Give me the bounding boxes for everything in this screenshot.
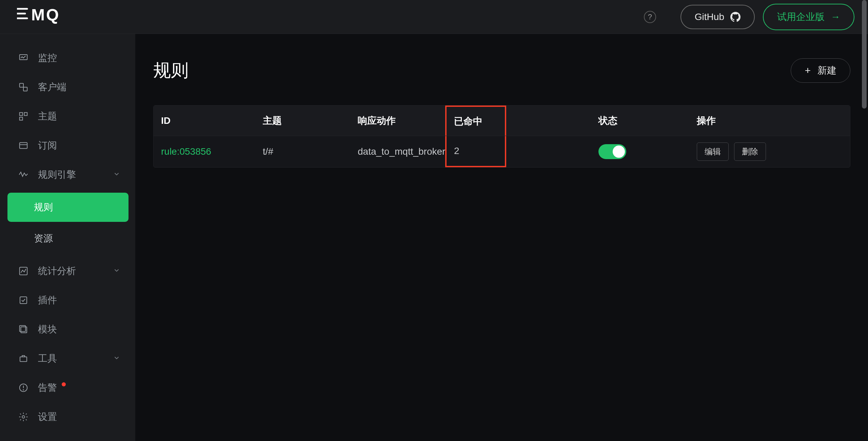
- sidebar-item-clients[interactable]: 客户端: [0, 73, 135, 102]
- svg-rect-10: [20, 142, 27, 149]
- plugins-icon: [18, 294, 29, 306]
- trial-label: 试用企业版: [777, 11, 825, 23]
- sidebar-item-rule-engine[interactable]: 规则引擎: [0, 160, 135, 189]
- row-actions: 编辑 删除: [689, 142, 850, 161]
- col-topic: 主题: [255, 114, 350, 127]
- chevron-down-icon: [113, 353, 120, 364]
- github-button[interactable]: GitHub: [680, 5, 755, 29]
- alerts-icon: [18, 382, 29, 394]
- sidebar: 监控 客户端 主题 订阅 规则引擎 规则: [0, 34, 136, 441]
- svg-rect-5: [20, 83, 23, 87]
- chevron-up-icon: [113, 169, 120, 180]
- modules-icon: [18, 324, 29, 335]
- topbar: MQ ? GitHub 试用企业版 →: [0, 0, 868, 34]
- create-button[interactable]: + 新建: [791, 58, 850, 83]
- svg-rect-4: [20, 55, 27, 60]
- svg-rect-14: [21, 327, 27, 333]
- sidebar-subitem-label: 规则: [34, 201, 53, 214]
- rule-hits: 2: [445, 136, 506, 167]
- sidebar-item-label: 工具: [38, 352, 57, 365]
- sidebar-subitem-rule[interactable]: 规则: [7, 193, 129, 222]
- page-header: 规则 + 新建: [153, 58, 850, 83]
- clients-icon: [18, 81, 29, 93]
- page-title: 规则: [153, 59, 189, 82]
- table-header: ID 主题 响应动作 已命中 状态 操作: [154, 106, 850, 136]
- subscriptions-icon: [18, 140, 29, 151]
- sidebar-item-label: 插件: [38, 294, 57, 307]
- help-icon[interactable]: ?: [644, 11, 656, 23]
- sidebar-subitem-label: 资源: [34, 232, 53, 245]
- sidebar-item-label: 统计分析: [38, 265, 76, 277]
- gear-icon: [18, 411, 29, 423]
- svg-text:MQ: MQ: [31, 6, 60, 24]
- plus-icon: +: [805, 65, 811, 76]
- github-label: GitHub: [695, 12, 724, 22]
- table-row: rule:053856 t/# data_to_mqtt_broker 2 编辑…: [154, 136, 850, 167]
- sidebar-item-tools[interactable]: 工具: [0, 344, 135, 373]
- content: 规则 + 新建 ID 主题 响应动作 已命中 状态 操作 rule:0538: [136, 34, 868, 441]
- sidebar-item-label: 规则引擎: [38, 168, 76, 181]
- sidebar-item-label: 客户端: [38, 81, 66, 94]
- svg-rect-15: [20, 326, 26, 332]
- status-toggle[interactable]: [598, 144, 626, 159]
- analytics-icon: [18, 265, 29, 277]
- col-action: 响应动作: [350, 114, 445, 127]
- svg-rect-6: [23, 87, 27, 91]
- alert-badge-dot: [62, 382, 66, 386]
- col-status: 状态: [591, 114, 689, 127]
- col-ops: 操作: [689, 114, 850, 127]
- rule-engine-subnav: 规则 资源: [0, 189, 135, 256]
- sidebar-item-modules[interactable]: 模块: [0, 315, 135, 344]
- sidebar-item-plugins[interactable]: 插件: [0, 286, 135, 315]
- svg-point-20: [22, 416, 25, 418]
- sidebar-item-settings[interactable]: 设置: [0, 402, 135, 432]
- sidebar-item-analytics[interactable]: 统计分析: [0, 256, 135, 286]
- github-icon: [730, 12, 741, 22]
- edit-button[interactable]: 编辑: [697, 142, 729, 161]
- rules-table: ID 主题 响应动作 已命中 状态 操作 rule:053856 t/# dat…: [153, 105, 850, 168]
- sidebar-item-label: 订阅: [38, 139, 57, 152]
- svg-rect-7: [20, 113, 23, 116]
- sidebar-item-alerts[interactable]: 告警: [0, 373, 135, 402]
- topics-icon: [18, 111, 29, 122]
- rule-engine-icon: [18, 169, 29, 180]
- sidebar-subitem-resource[interactable]: 资源: [7, 224, 129, 253]
- col-id: ID: [154, 115, 255, 126]
- sidebar-item-monitor[interactable]: 监控: [0, 43, 135, 73]
- brand-logo: MQ: [17, 6, 64, 28]
- sidebar-item-topics[interactable]: 主题: [0, 102, 135, 131]
- create-label: 新建: [817, 64, 836, 77]
- sidebar-item-subscriptions[interactable]: 订阅: [0, 131, 135, 160]
- svg-rect-9: [20, 117, 23, 120]
- sidebar-item-label: 告警: [38, 381, 57, 394]
- vertical-scrollbar[interactable]: [861, 0, 867, 430]
- monitor-icon: [18, 52, 29, 64]
- rule-id-link[interactable]: rule:053856: [161, 146, 211, 157]
- rule-action: data_to_mqtt_broker: [350, 146, 445, 157]
- sidebar-footer: admin: [0, 432, 135, 441]
- tools-icon: [18, 353, 29, 364]
- sidebar-item-label: 模块: [38, 323, 57, 336]
- trial-enterprise-button[interactable]: 试用企业版 →: [763, 4, 854, 30]
- scrollbar-thumb[interactable]: [862, 0, 867, 109]
- sidebar-item-label: 设置: [38, 410, 57, 423]
- toggle-knob: [613, 146, 625, 158]
- arrow-right-icon: →: [831, 12, 840, 22]
- svg-rect-16: [20, 357, 27, 362]
- svg-rect-13: [20, 297, 27, 304]
- sidebar-item-label: 主题: [38, 110, 57, 123]
- svg-rect-8: [24, 113, 27, 116]
- sidebar-item-label: 监控: [38, 52, 57, 64]
- delete-button[interactable]: 删除: [734, 142, 766, 161]
- chevron-down-icon: [113, 266, 120, 276]
- svg-point-19: [23, 390, 24, 390]
- col-hits: 已命中: [445, 106, 506, 136]
- rule-topic: t/#: [255, 146, 350, 157]
